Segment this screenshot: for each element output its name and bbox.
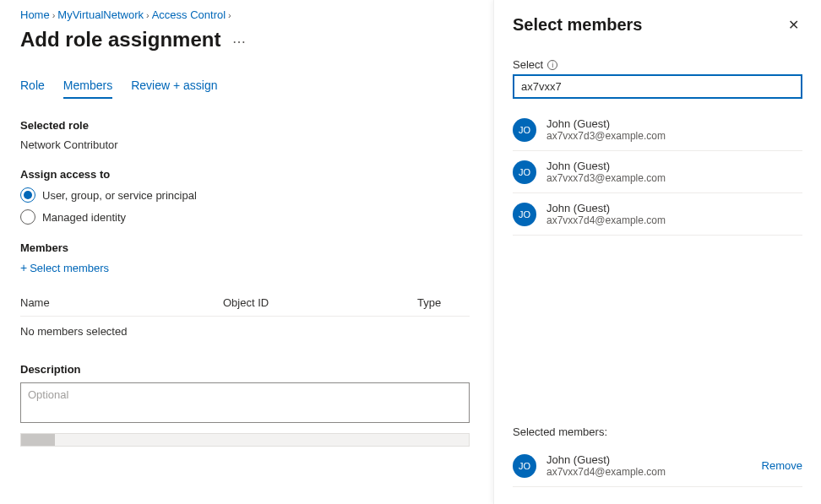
selected-member-row: JO John (Guest) ax7vxx7d4@example.com Re… bbox=[513, 445, 802, 487]
avatar: JO bbox=[513, 454, 536, 478]
radio-user-group[interactable]: User, group, or service principal bbox=[20, 187, 470, 203]
description-label: Description bbox=[20, 363, 470, 376]
selected-role-label: Selected role bbox=[20, 119, 470, 132]
result-item[interactable]: JO John (Guest) ax7vxx7d4@example.com bbox=[513, 193, 802, 236]
result-item[interactable]: JO John (Guest) ax7vxx7d3@example.com bbox=[513, 109, 802, 151]
avatar: JO bbox=[513, 203, 536, 226]
th-type: Type bbox=[417, 296, 470, 309]
search-input[interactable] bbox=[513, 74, 802, 99]
close-icon[interactable]: ✕ bbox=[785, 14, 802, 36]
result-item[interactable]: JO John (Guest) ax7vxx7d3@example.com bbox=[513, 151, 802, 193]
tab-role[interactable]: Role bbox=[20, 79, 45, 99]
result-email: ax7vxx7d3@example.com bbox=[546, 130, 666, 142]
avatar: JO bbox=[513, 118, 536, 142]
panel-title: Select members bbox=[513, 15, 642, 35]
selected-name: John (Guest) bbox=[546, 453, 666, 466]
chevron-right-icon: › bbox=[146, 10, 150, 20]
select-members-link[interactable]: + Select members bbox=[20, 261, 470, 274]
result-name: John (Guest) bbox=[546, 117, 666, 130]
breadcrumb: Home › MyVirtualNetwork › Access Control… bbox=[20, 8, 470, 21]
th-object-id: Object ID bbox=[223, 296, 417, 309]
scrollbar-thumb[interactable] bbox=[21, 434, 55, 446]
members-label: Members bbox=[20, 241, 470, 254]
info-icon[interactable]: i bbox=[547, 60, 557, 70]
members-table: Name Object ID Type No members selected bbox=[20, 290, 470, 346]
horizontal-scrollbar[interactable] bbox=[20, 433, 470, 447]
result-email: ax7vxx7d4@example.com bbox=[546, 214, 666, 226]
breadcrumb-home[interactable]: Home bbox=[20, 8, 50, 21]
select-members-panel: Select members ✕ Select i JO John (Guest… bbox=[493, 0, 821, 504]
selected-email: ax7vxx7d4@example.com bbox=[546, 466, 666, 478]
radio-managed-identity[interactable]: Managed identity bbox=[20, 209, 470, 225]
result-name: John (Guest) bbox=[546, 160, 666, 172]
more-icon[interactable]: ⋯ bbox=[232, 34, 247, 50]
members-empty: No members selected bbox=[20, 317, 470, 346]
assign-access-label: Assign access to bbox=[20, 168, 470, 181]
chevron-right-icon: › bbox=[228, 10, 231, 20]
remove-link[interactable]: Remove bbox=[762, 459, 802, 472]
radio-icon bbox=[20, 209, 35, 225]
tab-members[interactable]: Members bbox=[63, 79, 112, 99]
breadcrumb-access[interactable]: Access Control bbox=[152, 8, 226, 21]
select-members-text: Select members bbox=[30, 262, 109, 274]
tabs: Role Members Review + assign bbox=[20, 79, 470, 99]
radio-icon bbox=[20, 187, 35, 203]
th-name: Name bbox=[20, 296, 223, 309]
result-name: John (Guest) bbox=[546, 202, 666, 214]
breadcrumb-vnet[interactable]: MyVirtualNetwork bbox=[57, 8, 144, 21]
radio-user-label: User, group, or service principal bbox=[42, 189, 197, 202]
page-title: Add role assignment bbox=[20, 28, 220, 51]
chevron-right-icon: › bbox=[52, 10, 56, 20]
selected-role-value: Network Contributor bbox=[20, 138, 470, 151]
radio-managed-label: Managed identity bbox=[42, 211, 126, 224]
select-field-label: Select i bbox=[513, 58, 802, 71]
results-list: JO John (Guest) ax7vxx7d3@example.com JO… bbox=[513, 109, 802, 236]
selected-members-label: Selected members: bbox=[513, 425, 802, 438]
description-input[interactable]: Optional bbox=[20, 382, 470, 423]
result-email: ax7vxx7d3@example.com bbox=[546, 172, 666, 184]
plus-icon: + bbox=[20, 261, 27, 274]
avatar: JO bbox=[513, 160, 536, 184]
tab-review[interactable]: Review + assign bbox=[131, 79, 217, 99]
